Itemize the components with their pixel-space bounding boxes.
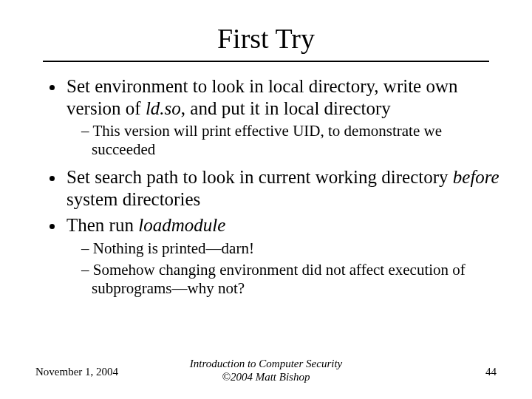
bullet-1-emph: ld.so [146,98,181,118]
title-underline [43,61,489,62]
bullet-2-emph: before [453,167,499,187]
footer-date: November 1, 2004 [35,366,118,378]
bullet-list: Set environment to look in local directo… [44,75,502,298]
footer-copyright: ©2004 Matt Bishop [222,371,310,383]
bullet-2-text-pre: Set search path to look in current worki… [66,167,453,187]
footer-page-number: 44 [485,366,497,378]
bullet-3-emph: loadmodule [138,215,225,235]
bullet-3: Then run loadmodule Nothing is printed—d… [65,214,502,298]
bullet-3-sub-2: Somehow changing environment did not aff… [74,261,502,298]
bullet-2-text-post: system directories [66,189,200,209]
bullet-1-text-post: , and put it in local directory [181,98,391,118]
bullet-3-sub-1: Nothing is printed—darn! [74,239,502,258]
slide-title: First Try [0,0,532,61]
bullet-3-sublist: Nothing is printed—darn! Somehow changin… [66,239,502,299]
slide: First Try Set environment to look in loc… [0,0,532,399]
slide-body: Set environment to look in local directo… [0,75,532,298]
bullet-1-sublist: This version will print effective UID, t… [66,122,502,159]
bullet-1-sub-1: This version will print effective UID, t… [74,122,502,159]
slide-footer: November 1, 2004 Introduction to Compute… [0,357,532,385]
bullet-3-text-pre: Then run [66,215,138,235]
bullet-1: Set environment to look in local directo… [65,75,502,159]
footer-course: Introduction to Computer Security [190,358,343,369]
bullet-2: Set search path to look in current worki… [65,166,502,210]
